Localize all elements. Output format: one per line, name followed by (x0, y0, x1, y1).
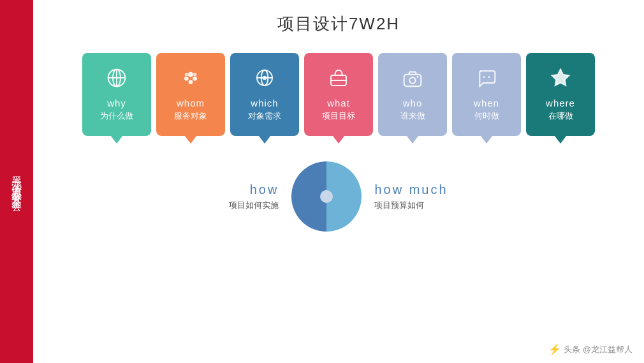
card-whom-bubble: whom 服务对象 (156, 53, 225, 136)
svg-marker-21 (552, 69, 569, 85)
svg-point-13 (263, 75, 267, 80)
watermark-text: 头条 @龙江益帮人 (564, 344, 633, 355)
card-what-en: what (327, 98, 350, 108)
main-content: 项目设计7W2H why 为什么做 (33, 0, 644, 363)
globe-eye-icon (254, 68, 275, 93)
cards-row: why 为什么做 whom 服务对象 (52, 53, 625, 136)
card-where: where 在哪做 (526, 53, 595, 136)
card-when-zh: 何时做 (474, 110, 499, 122)
card-whom: whom 服务对象 (156, 53, 225, 136)
how-label-zh: 项目如何实施 (229, 200, 279, 211)
card-when: when 何时做 (452, 53, 521, 136)
svg-point-17 (409, 77, 415, 83)
card-what: what 项目目标 (304, 53, 373, 136)
card-when-en: when (474, 98, 499, 108)
sidebar: 黑龙江省志愿服务基金会 (0, 0, 33, 363)
how-much-label-zh: 项目预算如何 (374, 200, 448, 211)
card-whom-zh: 服务对象 (174, 110, 207, 122)
card-where-en: where (546, 98, 575, 108)
how-much-label-en: how much (374, 182, 448, 197)
watermark: ⚡ 头条 @龙江益帮人 (548, 343, 633, 355)
svg-point-19 (483, 76, 485, 78)
card-why-bubble: why 为什么做 (82, 53, 151, 136)
card-when-bubble: when 何时做 (452, 53, 521, 136)
card-who-bubble: who 谁来做 (378, 53, 447, 136)
card-why-en: why (107, 98, 126, 108)
how-label-en: how (229, 182, 279, 197)
how-left: how 项目如何实施 (229, 182, 291, 211)
svg-rect-16 (404, 74, 421, 86)
svg-point-6 (193, 77, 197, 81)
card-what-zh: 项目目标 (322, 110, 355, 122)
card-whom-en: whom (177, 98, 205, 108)
svg-point-4 (188, 71, 193, 77)
circle-center-dot (320, 190, 333, 203)
svg-point-8 (185, 73, 188, 76)
card-which: which 对象需求 (230, 53, 299, 136)
card-who: who 谁来做 (378, 53, 447, 136)
svg-point-5 (184, 77, 189, 81)
how-right: how much 项目预算如何 (362, 182, 448, 211)
card-who-zh: 谁来做 (400, 110, 425, 122)
card-which-en: which (251, 98, 278, 108)
cluster-icon (180, 68, 201, 93)
globe-icon (106, 68, 127, 93)
card-who-en: who (403, 98, 423, 108)
chat-icon (476, 68, 497, 93)
circle-diagram (291, 161, 362, 232)
svg-point-7 (189, 80, 193, 84)
briefcase-icon (328, 68, 349, 93)
svg-point-18 (417, 76, 419, 78)
card-which-zh: 对象需求 (248, 110, 281, 122)
page-title: 项目设计7W2H (52, 13, 625, 35)
svg-point-20 (488, 76, 490, 78)
watermark-icon: ⚡ (548, 343, 561, 355)
bottom-section: how 项目如何实施 how much 项目预算如何 (52, 161, 625, 232)
card-why-zh: 为什么做 (100, 110, 133, 122)
card-what-bubble: what 项目目标 (304, 53, 373, 136)
star-icon (550, 68, 571, 93)
svg-point-9 (193, 73, 196, 76)
sidebar-text: 黑龙江省志愿服务基金会 (10, 168, 24, 196)
card-where-bubble: where 在哪做 (526, 53, 595, 136)
card-where-zh: 在哪做 (548, 110, 573, 122)
card-why: why 为什么做 (82, 53, 151, 136)
card-which-bubble: which 对象需求 (230, 53, 299, 136)
camera-icon (402, 68, 423, 93)
